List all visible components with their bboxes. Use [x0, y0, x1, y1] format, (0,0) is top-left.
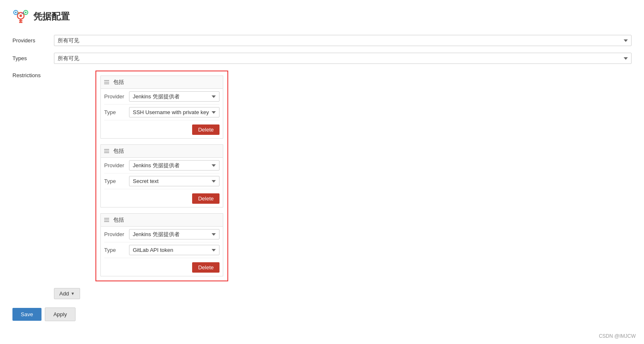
restriction-include-label-2: 包括 — [113, 147, 124, 155]
watermark: CSDN @IMJCW — [599, 333, 636, 339]
restriction-type-label-1: Type — [104, 109, 129, 115]
restriction-body-3: Provider Jenkins 凭据提供者 Type GitLab API t… — [101, 227, 223, 276]
restrictions-container: 包括 Provider Jenkins 凭据提供者 Type SSH Usern… — [95, 71, 228, 281]
restriction-type-row-1: Type SSH Username with private key — [104, 107, 220, 120]
page-container: 凭据配置 Providers 所有可见 Types 所有可见 Restricti… — [0, 0, 644, 344]
drag-handle-1[interactable] — [104, 80, 109, 84]
svg-point-6 — [15, 12, 17, 13]
restriction-delete-row-1: Delete — [104, 123, 220, 136]
delete-button-1[interactable]: Delete — [192, 124, 220, 135]
delete-button-3[interactable]: Delete — [192, 262, 220, 273]
restriction-provider-row-3: Provider Jenkins 凭据提供者 — [104, 229, 220, 242]
restriction-header-2: 包括 — [101, 145, 223, 158]
action-buttons: Save Apply — [12, 307, 632, 321]
restriction-type-label-3: Type — [104, 247, 129, 253]
restriction-provider-row-1: Provider Jenkins 凭据提供者 — [104, 91, 220, 105]
restriction-type-select-3[interactable]: GitLab API token — [129, 245, 220, 255]
svg-point-8 — [25, 12, 27, 13]
restriction-provider-label-3: Provider — [104, 231, 129, 237]
credentials-icon — [12, 8, 29, 25]
restriction-include-label-3: 包括 — [113, 216, 124, 224]
restriction-block-1: 包括 Provider Jenkins 凭据提供者 Type SSH Usern… — [100, 76, 223, 139]
restriction-body-1: Provider Jenkins 凭据提供者 Type SSH Username… — [101, 89, 223, 138]
restriction-body-2: Provider Jenkins 凭据提供者 Type Secret text … — [101, 158, 223, 207]
restriction-provider-label-1: Provider — [104, 93, 129, 100]
add-button-row: Add ▼ — [54, 288, 632, 299]
add-button-arrow-icon: ▼ — [71, 291, 75, 296]
restriction-include-label-1: 包括 — [113, 78, 124, 86]
restriction-header-1: 包括 — [101, 76, 223, 89]
restriction-provider-select-1[interactable]: Jenkins 凭据提供者 — [129, 91, 220, 102]
restriction-type-select-2[interactable]: Secret text — [129, 176, 220, 186]
drag-handle-3[interactable] — [104, 218, 109, 222]
types-row: Types 所有可见 — [12, 53, 632, 64]
restriction-block-3: 包括 Provider Jenkins 凭据提供者 Type GitLab AP… — [100, 213, 223, 276]
restriction-type-select-1[interactable]: SSH Username with private key — [129, 107, 220, 117]
restriction-type-row-3: Type GitLab API token — [104, 245, 220, 258]
restriction-header-3: 包括 — [101, 214, 223, 227]
providers-select[interactable]: 所有可见 — [54, 35, 632, 46]
add-button-label: Add — [59, 290, 69, 297]
add-button[interactable]: Add ▼ — [54, 288, 80, 299]
types-label: Types — [12, 55, 54, 61]
restrictions-label: Restrictions — [12, 71, 54, 78]
save-button[interactable]: Save — [12, 308, 41, 321]
drag-handle-2[interactable] — [104, 149, 109, 153]
page-title: 凭据配置 — [33, 10, 70, 23]
restriction-provider-label-2: Provider — [104, 162, 129, 168]
restriction-type-label-2: Type — [104, 178, 129, 184]
restriction-provider-select-3[interactable]: Jenkins 凭据提供者 — [129, 229, 220, 239]
apply-button[interactable]: Apply — [45, 307, 76, 321]
restriction-provider-row-2: Provider Jenkins 凭据提供者 — [104, 160, 220, 173]
restriction-provider-select-2[interactable]: Jenkins 凭据提供者 — [129, 160, 220, 171]
restriction-block-2: 包括 Provider Jenkins 凭据提供者 Type Secret te… — [100, 144, 223, 207]
providers-row: Providers 所有可见 — [12, 35, 632, 46]
restriction-type-row-2: Type Secret text — [104, 176, 220, 189]
providers-label: Providers — [12, 37, 54, 44]
restriction-delete-row-3: Delete — [104, 261, 220, 273]
restrictions-wrapper: Restrictions 包括 Provider Jenkins 凭据提供者 — [12, 71, 632, 281]
restriction-delete-row-2: Delete — [104, 192, 220, 205]
delete-button-2[interactable]: Delete — [192, 193, 220, 204]
svg-point-1 — [20, 15, 22, 17]
types-select[interactable]: 所有可见 — [54, 53, 632, 64]
page-title-row: 凭据配置 — [12, 8, 632, 25]
